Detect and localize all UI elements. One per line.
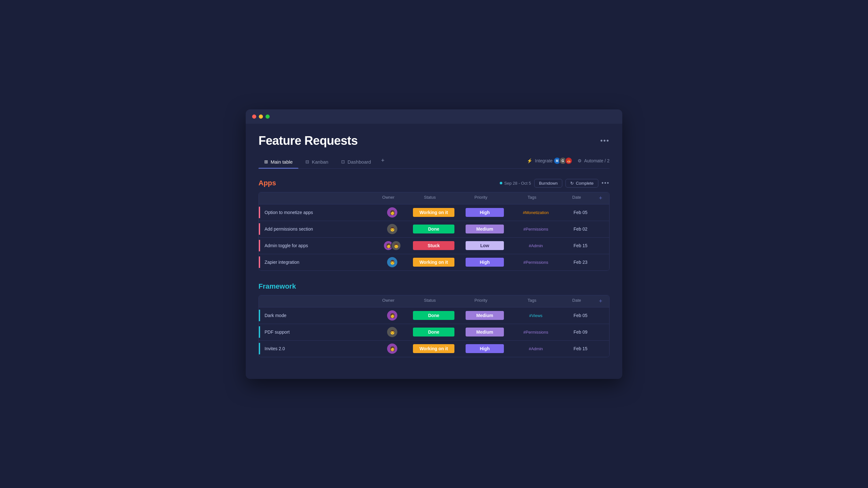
task-name: Invites 2.0 [262, 346, 285, 351]
task-name: Zapier integration [262, 260, 299, 265]
add-col-button[interactable]: + [596, 298, 606, 304]
date-cell: Feb 09 [561, 329, 600, 334]
status-badge: Stuck [413, 241, 455, 250]
tags-cell[interactable]: #Admin [510, 347, 561, 351]
apps-burndown-button[interactable]: Burndown [534, 179, 563, 188]
apps-more-button[interactable]: ••• [601, 180, 610, 187]
apps-complete-button[interactable]: ↻ Complete [565, 179, 598, 188]
avatar: 👩 [387, 310, 397, 321]
priority-cell[interactable]: Medium [459, 311, 510, 320]
automate-icon: ⚙ [578, 158, 582, 163]
status-badge: Working on it [413, 344, 455, 353]
table-row: Invites 2.0 👩 Working on it High #Admin … [259, 340, 609, 357]
priority-badge: Low [466, 241, 504, 250]
priority-badge: Medium [466, 311, 504, 320]
row-accent [259, 256, 260, 268]
table-row: Admin toggle for apps 👩 👨 Stuck Low [259, 237, 609, 254]
row-accent [259, 326, 260, 338]
kanban-icon: ⊟ [305, 159, 309, 164]
row-accent [259, 310, 260, 321]
add-tab-button[interactable]: + [378, 157, 388, 168]
priority-cell[interactable]: Medium [459, 225, 510, 233]
avatar: 👨 [387, 327, 397, 337]
close-dot[interactable] [252, 115, 256, 119]
status-cell[interactable]: Done [408, 328, 459, 336]
priority-badge: Medium [466, 225, 504, 233]
col-owner: Owner [372, 195, 404, 202]
avatar: 👨 [387, 257, 397, 267]
tab-main-table-label: Main table [271, 159, 292, 165]
tab-kanban[interactable]: ⊟ Kanban [300, 157, 334, 168]
date-cell: Feb 05 [561, 313, 600, 318]
col-priority: Priority [455, 195, 506, 202]
avatar: 👩 [387, 344, 397, 354]
add-col-button[interactable]: + [596, 195, 606, 202]
date-cell: Feb 15 [561, 346, 600, 351]
col-date: Date [558, 195, 596, 202]
tags-cell[interactable]: #Monetization [510, 210, 561, 215]
table-row: PDF support 👨 Done Medium #Permissions F… [259, 324, 609, 340]
main-window: Feature Requests ••• ⊞ Main table ⊟ Kanb… [246, 109, 622, 379]
task-name: Admin toggle for apps [262, 243, 308, 248]
task-name: Add permissions section [262, 226, 313, 232]
tag-text: #Views [529, 313, 542, 318]
priority-cell[interactable]: High [459, 344, 510, 353]
tags-cell[interactable]: #Permissions [510, 330, 561, 334]
integrate-button[interactable]: ⚡ Integrate M G 🦊 [527, 157, 572, 165]
owner-cell: 👩 [376, 310, 408, 321]
tags-cell[interactable]: #Permissions [510, 260, 561, 265]
task-name: Option to monetize apps [262, 210, 313, 215]
integrate-label: Integrate [535, 158, 552, 163]
apps-table-header: Owner Status Priority Tags Date + [259, 192, 609, 204]
status-badge: Working on it [413, 208, 455, 217]
tags-cell[interactable]: #Views [510, 313, 561, 318]
status-badge: Done [413, 311, 455, 320]
owner-cell: 👨 [376, 327, 408, 337]
date-dot-icon [500, 182, 502, 184]
priority-cell[interactable]: Medium [459, 328, 510, 336]
table-row: Add permissions section 👨 Done Medium #P… [259, 221, 609, 237]
framework-section-title: Framework [258, 282, 296, 291]
integrate-icon-3: 🦊 [565, 157, 572, 165]
tab-actions: ⚡ Integrate M G 🦊 ⚙ Automate / 2 [527, 157, 610, 168]
col-date: Date [558, 298, 596, 304]
automate-label: Automate / 2 [584, 158, 610, 163]
col-owner: Owner [372, 298, 404, 304]
maximize-dot[interactable] [266, 115, 270, 119]
apps-date-badge: Sep 28 - Oct 5 [500, 181, 531, 186]
date-cell: Feb 23 [561, 260, 600, 265]
tag-text: #Admin [529, 243, 543, 248]
priority-cell[interactable]: Low [459, 241, 510, 250]
apps-complete-label: Complete [576, 181, 594, 186]
more-menu-button[interactable]: ••• [600, 136, 610, 145]
integrate-icon: ⚡ [527, 158, 532, 163]
owner-cell: 👩 👨 [376, 240, 408, 251]
status-cell[interactable]: Working on it [408, 344, 459, 353]
priority-cell[interactable]: High [459, 208, 510, 217]
automate-button[interactable]: ⚙ Automate / 2 [578, 158, 610, 163]
tags-cell[interactable]: #Permissions [510, 227, 561, 232]
minimize-dot[interactable] [259, 115, 263, 119]
priority-badge: High [466, 258, 504, 267]
dashboard-icon: ⊡ [341, 159, 345, 164]
avatar: 👩 [387, 207, 397, 218]
tags-cell[interactable]: #Admin [510, 243, 561, 248]
col-status: Status [404, 195, 455, 202]
status-cell[interactable]: Stuck [408, 241, 459, 250]
tag-text: #Permissions [523, 260, 548, 265]
integrate-avatars: M G 🦊 [555, 157, 572, 165]
priority-cell[interactable]: High [459, 258, 510, 267]
status-cell[interactable]: Working on it [408, 208, 459, 217]
apps-section-controls: Sep 28 - Oct 5 Burndown ↻ Complete ••• [500, 179, 610, 188]
status-cell[interactable]: Done [408, 225, 459, 233]
priority-badge: High [466, 344, 504, 353]
framework-section: Framework Owner Status Priority Tags Dat… [258, 282, 610, 357]
row-accent [259, 343, 260, 354]
row-accent [259, 240, 260, 251]
tab-dashboard[interactable]: ⊡ Dashboard [335, 157, 377, 168]
status-cell[interactable]: Working on it [408, 258, 459, 267]
date-cell: Feb 02 [561, 226, 600, 232]
avatar-stack: 👩 👨 [383, 240, 401, 251]
status-cell[interactable]: Done [408, 311, 459, 320]
tab-main-table[interactable]: ⊞ Main table [258, 157, 299, 168]
